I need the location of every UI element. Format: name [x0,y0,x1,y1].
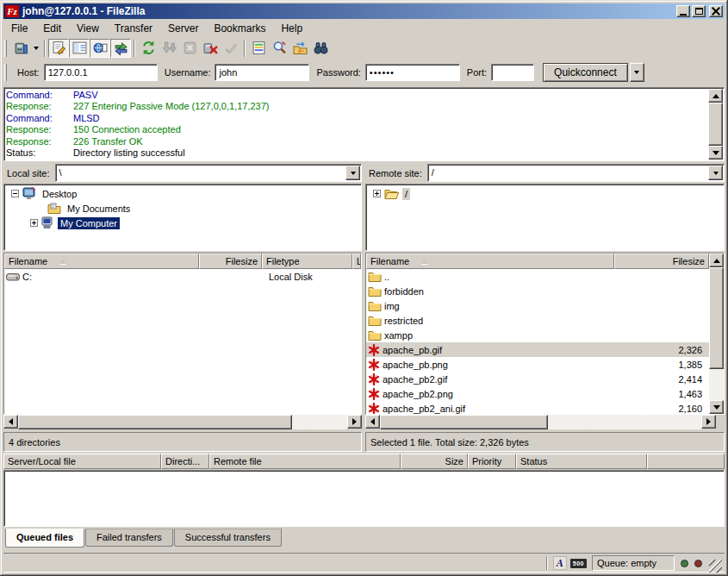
port-input[interactable] [491,64,534,81]
password-input[interactable] [365,64,460,81]
file-name: apache_pb.png [383,360,448,370]
tree-item-my-computer[interactable]: My Computer [4,216,361,230]
refresh-button[interactable] [138,39,159,58]
remote-site-combobox[interactable]: / [427,164,725,182]
host-input[interactable] [44,64,158,81]
tab-failed-transfers[interactable]: Failed transfers [85,529,173,547]
find-files-button[interactable] [310,39,331,58]
toggle-local-tree-button[interactable] [69,39,90,58]
scrollbar-thumb[interactable] [18,415,292,429]
remote-file-row[interactable]: apache_pb2.png 1,463 [366,386,709,401]
scroll-right-button[interactable] [701,415,716,429]
scrollbar-track[interactable] [709,369,724,400]
maximize-button[interactable] [692,5,706,17]
site-manager-button[interactable] [10,39,31,58]
filter-button[interactable] [248,39,269,58]
tree-item-my-documents[interactable]: My Documents [4,201,361,216]
column-filename[interactable]: Filename [4,254,199,269]
message-log-icon [52,41,66,55]
resize-grip[interactable] [709,560,722,573]
scroll-down-button[interactable] [708,146,723,160]
column-last-modified[interactable]: L [352,254,361,269]
local-hscrollbar[interactable] [3,415,362,429]
remote-file-row[interactable]: apache_pb.png 1,385 [366,357,709,372]
quickconnect-dropdown[interactable] [630,63,644,82]
transfer-type-icon[interactable]: A [553,556,567,570]
column-server-local-file[interactable]: Server/Local file [3,454,161,469]
column-filetype[interactable]: Filetype [262,254,352,269]
reconnect-button[interactable] [221,39,241,58]
scroll-up-button[interactable] [708,89,723,103]
quickconnect-button[interactable]: Quickconnect [543,63,628,82]
queue-body[interactable] [3,470,725,527]
remote-dir-row[interactable]: .. [366,269,709,284]
disconnect-button[interactable] [200,39,221,58]
process-queue-button[interactable] [159,39,179,58]
tab-queued-files[interactable]: Queued files [5,529,84,548]
remote-file-row[interactable]: apache_pb2_ani.gif 2,160 [366,401,709,414]
local-site-combobox[interactable]: \ [55,164,362,182]
scrollbar-track[interactable] [548,415,701,429]
window-controls [676,5,723,17]
scroll-right-button[interactable] [347,415,362,429]
site-manager-dropdown[interactable] [31,39,41,58]
menu-help[interactable]: Help [273,21,310,36]
toggle-queue-button[interactable] [110,39,131,58]
close-button[interactable] [709,5,723,17]
remote-dir-row[interactable]: forbidden [366,284,709,298]
column-remote-file[interactable]: Remote file [209,454,401,469]
toolbar-grip[interactable] [4,40,7,57]
local-file-row[interactable]: C: Local Disk [4,269,361,284]
title-bar[interactable]: Fz john@127.0.0.1 - FileZilla [3,3,725,19]
scroll-left-button[interactable] [3,415,18,429]
collapse-icon[interactable] [11,190,19,197]
remote-dir-row[interactable]: img [366,298,709,313]
menu-view[interactable]: View [69,21,107,36]
remote-file-row-selected[interactable]: apache_pb.gif 2,326 [366,342,709,357]
log-scrollbar[interactable] [708,89,723,160]
column-filesize[interactable]: Filesize [199,254,262,269]
quickconnect-grip[interactable] [4,64,7,81]
scrollbar-thumb[interactable] [708,103,723,146]
cancel-button[interactable] [179,39,200,58]
remote-site-dropdown[interactable] [708,166,723,180]
menu-server[interactable]: Server [160,21,206,36]
local-site-dropdown[interactable] [345,166,360,180]
column-size[interactable]: Size [401,454,468,469]
scrollbar-track[interactable] [292,415,347,429]
column-filename[interactable]: Filename [366,254,614,269]
username-input[interactable] [215,64,309,81]
column-direction[interactable]: Directi... [161,454,209,469]
tree-item-desktop[interactable]: Desktop [4,186,361,201]
synchronized-browsing-button[interactable] [289,39,310,58]
menu-bookmarks[interactable]: Bookmarks [206,21,273,36]
remote-dir-row[interactable]: xampp [366,328,709,342]
remote-dir-row[interactable]: restricted [366,313,709,328]
remote-file-row[interactable]: apache_pb2.gif 2,414 [366,372,709,386]
scrollbar-thumb[interactable] [709,267,724,369]
column-status[interactable]: Status [516,454,647,469]
speed-limits-icon[interactable]: 500 [570,559,587,568]
local-pane: Local site: \ Desktop My Documents My Co… [3,164,362,452]
column-priority[interactable]: Priority [468,454,516,469]
scroll-down-button[interactable] [709,400,724,414]
scrollbar-thumb[interactable] [380,415,548,429]
toggle-log-button[interactable] [48,39,69,58]
scroll-left-button[interactable] [365,415,380,429]
scroll-up-button[interactable] [709,254,724,267]
remote-hscrollbar[interactable] [365,415,716,429]
menu-transfer[interactable]: Transfer [107,21,160,36]
open-folder-icon [384,188,399,199]
toggle-remote-tree-button[interactable] [90,39,110,58]
minimize-button[interactable] [676,5,690,17]
expand-icon[interactable] [30,219,38,227]
remote-vscrollbar[interactable] [709,254,724,414]
tree-item-root[interactable]: / [366,186,724,201]
column-filesize[interactable]: Filesize [614,254,709,269]
directory-comparison-button[interactable] [269,39,289,58]
tab-successful-transfers[interactable]: Successful transfers [174,529,282,547]
menu-file[interactable]: File [3,21,35,36]
expand-icon[interactable] [373,190,381,197]
transfer-queue-icon [114,41,128,55]
menu-edit[interactable]: Edit [35,21,69,36]
